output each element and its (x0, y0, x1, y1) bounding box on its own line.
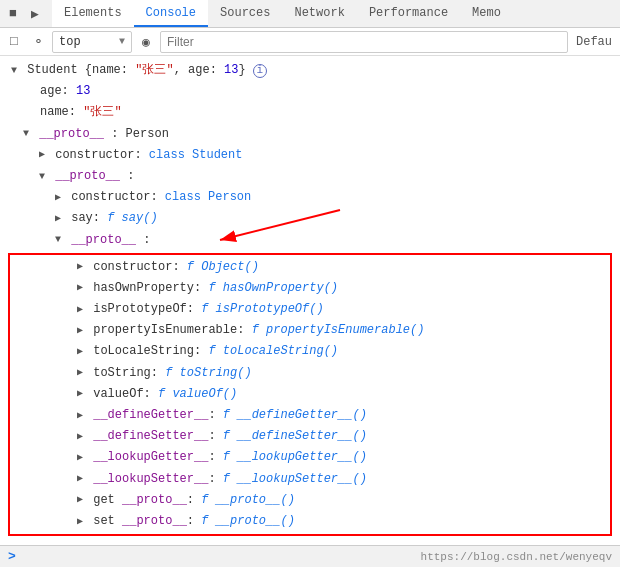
eye-icon[interactable]: ◉ (136, 32, 156, 52)
box-item-7[interactable]: __defineGetter__ : f __defineGetter__() (10, 405, 610, 426)
name-line: name: "张三" (0, 102, 620, 123)
clear-icon[interactable]: □ (4, 32, 24, 52)
constructor1-line[interactable]: constructor: class Student (0, 145, 620, 166)
proto2-triangle[interactable] (36, 171, 48, 183)
box-item-1[interactable]: hasOwnProperty: f hasOwnProperty() (10, 278, 610, 299)
proto3-line[interactable]: __proto__ : (0, 230, 620, 251)
say-triangle[interactable] (52, 213, 64, 225)
tab-console[interactable]: Console (134, 0, 208, 27)
tab-bar: ■ ▶ Elements Console Sources Network Per… (0, 0, 620, 28)
box-item-2[interactable]: isPrototypeOf: f isPrototypeOf() (10, 299, 610, 320)
chevron-down-icon: ▼ (119, 36, 125, 47)
bottom-url: https://blog.csdn.net/wenyeqv (421, 551, 612, 563)
inspect-icon[interactable]: ■ (4, 5, 22, 23)
box-item-12[interactable]: set __proto__ : f __proto__() (10, 511, 610, 532)
student-triangle[interactable] (8, 65, 20, 77)
tab-network[interactable]: Network (282, 0, 356, 27)
default-label: Defau (572, 35, 616, 49)
proto2-line[interactable]: __proto__ : (0, 166, 620, 187)
context-value: top (59, 35, 81, 49)
tab-performance[interactable]: Performance (357, 0, 460, 27)
tab-sources[interactable]: Sources (208, 0, 282, 27)
proto1-triangle[interactable] (20, 128, 32, 140)
console-toolbar: □ ⚬ top ▼ ◉ Defau (0, 28, 620, 56)
constructor2-triangle[interactable] (52, 192, 64, 204)
tab-icons: ■ ▶ (4, 5, 44, 23)
console-output: Student {name: "张三" , age: 13 } i age: 1… (0, 56, 620, 537)
box-item-10[interactable]: __lookupSetter__ : f __lookupSetter__() (10, 469, 610, 490)
filter-input[interactable] (160, 31, 568, 53)
tab-memo[interactable]: Memo (460, 0, 513, 27)
tab-elements[interactable]: Elements (52, 0, 134, 27)
box-item-9[interactable]: __lookupGetter__ : f __lookupGetter__() (10, 447, 610, 468)
student-obj-line[interactable]: Student {name: "张三" , age: 13 } i (0, 60, 620, 81)
constructor1-triangle[interactable] (36, 149, 48, 161)
proto1-line[interactable]: __proto__ : Person (0, 124, 620, 145)
cursor-icon[interactable]: ▶ (26, 5, 44, 23)
bottom-bar: > https://blog.csdn.net/wenyeqv (0, 545, 620, 567)
devtools-window: ■ ▶ Elements Console Sources Network Per… (0, 0, 620, 567)
box-item-3[interactable]: propertyIsEnumerable: f propertyIsEnumer… (10, 320, 610, 341)
context-select[interactable]: top ▼ (52, 31, 132, 53)
age-line: age: 13 (0, 81, 620, 102)
box-item-11[interactable]: get __proto__ : f __proto__() (10, 490, 610, 511)
box-item-8[interactable]: __defineSetter__ : f __defineSetter__() (10, 426, 610, 447)
info-icon: i (253, 64, 267, 78)
prompt-symbol[interactable]: > (8, 549, 16, 564)
red-box-section: constructor: f Object() hasOwnProperty: … (8, 253, 612, 536)
say-line[interactable]: say: f say() (0, 208, 620, 229)
box-item-5[interactable]: toString: f toString() (10, 363, 610, 384)
pause-icon[interactable]: ⚬ (28, 32, 48, 52)
box-item-6[interactable]: valueOf: f valueOf() (10, 384, 610, 405)
box-item-4[interactable]: toLocaleString: f toLocaleString() (10, 341, 610, 362)
proto3-triangle[interactable] (52, 234, 64, 246)
box-item-0[interactable]: constructor: f Object() (10, 257, 610, 278)
constructor2-line[interactable]: constructor: class Person (0, 187, 620, 208)
